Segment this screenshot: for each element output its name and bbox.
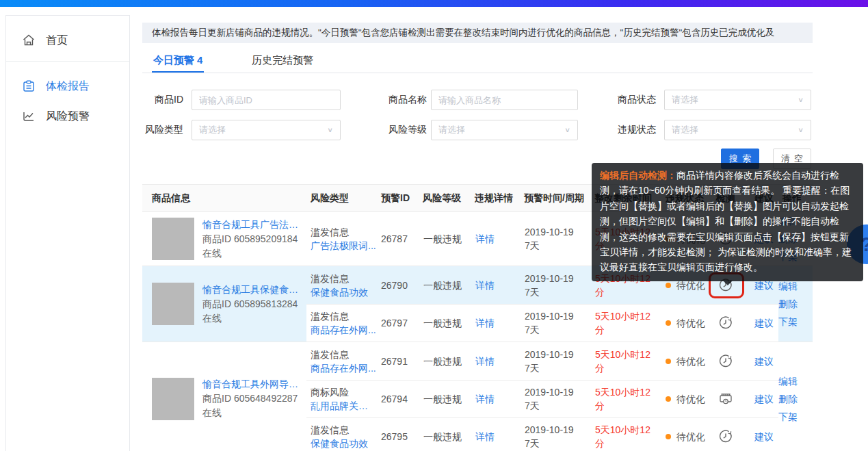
unshelve-link[interactable]: 下架: [778, 410, 813, 424]
table-row: 滥发信息商品存在外网... 26791 一般违规 详情 2019-10-197天…: [306, 342, 778, 380]
tooltip-highlight: 编辑后自动检测：: [600, 170, 676, 181]
risk-link[interactable]: 保健食品功效: [311, 285, 377, 299]
tab-history-warnings[interactable]: 历史完结预警: [250, 51, 315, 73]
table-row: 滥发信息商品存在外网... 26797 一般违规 详情 2019-10-197天…: [306, 304, 778, 342]
suggest-link[interactable]: 建议: [754, 356, 774, 367]
product-id-text: 商品ID 605895813284: [202, 297, 305, 311]
table-row: 滥发信息保健食品功效 26795 一般违规 详情 2019-10-197天 5天…: [306, 417, 778, 451]
violation-state-select[interactable]: 请选择 ∨: [664, 120, 811, 140]
product-state-label: 商品状态: [618, 94, 656, 106]
pending-clock-icon[interactable]: [707, 315, 744, 331]
sidebar-item-label: 风险预警: [46, 109, 90, 124]
detail-link[interactable]: 详情: [475, 356, 495, 367]
detail-link[interactable]: 详情: [475, 394, 495, 404]
product-name-link[interactable]: 愉音合规工具广告法极...: [202, 218, 305, 232]
delete-link[interactable]: 删除: [778, 297, 813, 311]
chevron-down-icon: ∨: [327, 126, 333, 133]
sidebar-item-home[interactable]: 首页: [6, 25, 129, 55]
product-id-text: 商品ID 605895209184: [202, 232, 305, 246]
sidebar-item-risk[interactable]: 风险预警: [6, 101, 129, 131]
pending-clock-icon[interactable]: [707, 429, 744, 444]
delete-link[interactable]: 删除: [778, 392, 813, 406]
product-image: [152, 218, 194, 260]
status-dot: [666, 396, 671, 402]
product-cell: 愉音合规工具保健食品... 商品ID 605895813284 在线: [142, 266, 306, 342]
auto-detect-tooltip: 编辑后自动检测：商品详情内容修改后系统会自动进行检测，请在10~60分钟内刷新页…: [592, 163, 863, 281]
status-dot: [666, 320, 671, 326]
product-cell: 愉音合规工具广告法极... 商品ID 605895209184 在线: [142, 212, 306, 266]
chevron-down-icon: ∨: [798, 126, 804, 133]
sidebar: 首页 体检报告 风险预警: [5, 15, 130, 451]
product-cell: 愉音合规工具外网导购... 商品ID 605648492287 在线: [142, 342, 306, 451]
tooltip-text: 商品详情内容修改后系统会自动进行检测，请在10~60分钟内刷新页面查看结果。 重…: [600, 170, 852, 272]
product-state-select[interactable]: 请选择 ∨: [664, 90, 811, 110]
suggest-link[interactable]: 建议: [754, 280, 774, 291]
sidebar-item-label: 体检报告: [46, 79, 90, 94]
unshelve-link[interactable]: 下架: [778, 315, 813, 328]
status-dot: [666, 359, 671, 364]
product-id-label: 商品ID: [142, 94, 183, 106]
product-name-link[interactable]: 愉音合规工具外网导购...: [202, 377, 305, 391]
tab-today-warnings[interactable]: 今日预警4: [152, 51, 204, 73]
detail-link[interactable]: 详情: [475, 280, 495, 291]
detail-link[interactable]: 详情: [475, 233, 495, 244]
filter-row-1: 商品ID 商品名称 商品状态 请选择 ∨: [142, 90, 813, 110]
risk-level-select[interactable]: 请选择 ∨: [431, 120, 578, 140]
product-id-text: 商品ID 605648492287: [202, 391, 305, 406]
suggest-link[interactable]: 建议: [754, 318, 774, 328]
detail-link[interactable]: 详情: [475, 318, 495, 328]
sidebar-item-report[interactable]: 体检报告: [6, 71, 129, 101]
sidebar-divider: [6, 61, 129, 62]
risk-link[interactable]: 保健食品功效: [311, 437, 377, 450]
sidebar-item-label: 首页: [46, 34, 68, 48]
scan-clock-icon[interactable]: [707, 391, 744, 407]
product-name-input[interactable]: [431, 90, 578, 110]
status-dot: [666, 283, 671, 288]
product-image: [152, 378, 194, 420]
edit-link[interactable]: 编辑: [778, 374, 813, 388]
edit-link[interactable]: 编辑: [778, 279, 813, 293]
risk-link[interactable]: 广告法极限词...: [311, 239, 377, 253]
pending-clock-icon[interactable]: [707, 354, 744, 369]
risk-type-select[interactable]: 请选择 ∨: [192, 120, 341, 140]
product-state-text: 在线: [202, 406, 305, 420]
tab-count-badge: 4: [197, 54, 202, 66]
home-icon: [21, 33, 36, 48]
risk-link[interactable]: 乱用品牌关键词: [311, 399, 377, 413]
line-chart-icon: [21, 109, 36, 124]
product-id-input[interactable]: [192, 90, 341, 110]
detail-link[interactable]: 详情: [475, 431, 495, 442]
product-state-text: 在线: [202, 246, 305, 261]
table-row: 商标风险乱用品牌关键词 26794 一般违规 详情 2019-10-197天 5…: [306, 380, 778, 417]
tab-bar: 今日预警4 历史完结预警: [142, 51, 813, 73]
product-name-label: 商品名称: [389, 94, 427, 106]
product-image: [152, 283, 194, 325]
violation-state-label: 违规状态: [618, 124, 656, 136]
chevron-down-icon: ∨: [564, 126, 570, 133]
product-state-text: 在线: [202, 311, 305, 326]
ops-cell: 编辑 删除 下架: [778, 342, 813, 451]
table-group: 愉音合规工具外网导购... 商品ID 605648492287 在线 滥发信息商…: [142, 342, 813, 451]
filter-row-2: 风险类型 请选择 ∨ 风险等级 请选择 ∨ 违规状态 请选择 ∨: [142, 120, 813, 140]
notice-bar: 体检报告每日更新店铺商品的违规情况。"今日预警"包含您店铺检测出需要在整改结束时…: [142, 23, 813, 43]
risk-link[interactable]: 商品存在外网...: [311, 323, 377, 337]
risk-level-label: 风险等级: [389, 124, 427, 136]
main-content: 体检报告每日更新店铺商品的违规情况。"今日预警"包含您店铺检测出需要在整改结束时…: [142, 23, 813, 43]
tooltip-arrow-icon: [723, 281, 733, 285]
product-name-link[interactable]: 愉音合规工具保健食品...: [202, 283, 305, 297]
suggest-link[interactable]: 建议: [754, 431, 774, 442]
chevron-down-icon: ∨: [798, 96, 804, 103]
risk-type-label: 风险类型: [142, 124, 183, 136]
top-gradient-bar: [0, 0, 868, 7]
suggest-link[interactable]: 建议: [754, 394, 774, 404]
status-dot: [666, 434, 671, 439]
clipboard-icon: [21, 79, 36, 94]
risk-link[interactable]: 商品存在外网...: [311, 361, 377, 375]
